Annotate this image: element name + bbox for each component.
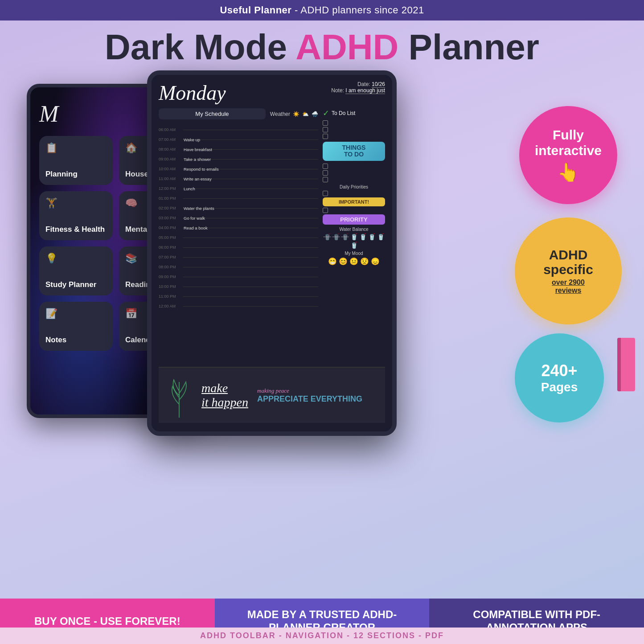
- cloud-icon: ⛅: [302, 111, 309, 117]
- schedule-times: 06:00 AM 07:00 AMWake up 08:00 AMHave br…: [159, 125, 318, 311]
- planner-day: Monday: [159, 81, 226, 105]
- todo-priority-1: [323, 191, 385, 196]
- mood-very-sad[interactable]: 😞: [371, 257, 380, 266]
- app-icon-fitness[interactable]: 🏋️ Fitness & Health: [39, 191, 113, 240]
- my-mood-label: My Mood: [323, 251, 385, 256]
- mood-smile[interactable]: 😊: [339, 257, 348, 266]
- weather-label: Weather: [270, 111, 290, 117]
- notes-label: Notes: [45, 336, 66, 345]
- time-slot-1000am: 10:00 AMRespond to emails: [159, 164, 318, 174]
- app-icon-planning[interactable]: 📋 Planning: [39, 136, 113, 185]
- date-value: 10/26: [372, 81, 385, 88]
- planner-page: Monday Date: 10/26 Note: I am enough jus…: [152, 75, 392, 431]
- weather-row: Weather ☀️ ⛅ 🌧️: [270, 111, 318, 117]
- sun-icon: ☀️: [293, 111, 299, 117]
- time-slot-1000pm: 10:00 PM: [159, 282, 318, 291]
- mood-icons: 😁 😊 😐 😟 😞: [323, 257, 385, 266]
- water-cup-5: 🥤: [359, 233, 367, 240]
- time-slot-1200am: 12:00 AM: [159, 301, 318, 311]
- priority-sticker: PRIORITY: [323, 214, 385, 225]
- time-slot-1200pm: 12:00 PMLunch: [159, 184, 318, 193]
- time-slot-0100pm: 01:00 PM: [159, 193, 318, 203]
- main-title-area: Dark Mode ADHD Planner: [0, 21, 644, 70]
- todo-checkbox-5[interactable]: [323, 170, 328, 176]
- todo-item-4: [323, 164, 385, 169]
- schedule-container: My Schedule Weather ☀️ ⛅ 🌧️ 06:00 AM 07:…: [159, 108, 385, 367]
- water-cup-6: 🥤: [368, 233, 376, 240]
- title-part1: Dark Mode: [105, 27, 295, 67]
- devices-area: M 📋 Planning 🏠 House 🏋️ Fitness & Health…: [0, 70, 644, 458]
- todo-checkbox-6[interactable]: [323, 177, 328, 182]
- todo-checkbox-p1[interactable]: [323, 191, 328, 196]
- house-label: House: [125, 170, 148, 179]
- time-slot-0200pm: 02:00 PMWater the plants: [159, 203, 318, 213]
- reviews-text: over 2900 reviews: [552, 279, 585, 295]
- title-adhd: ADHD: [295, 27, 398, 67]
- study-icon: 💡: [45, 253, 57, 264]
- water-cup-2: 🥤: [332, 233, 340, 240]
- time-slot-0800pm: 08:00 PM: [159, 262, 318, 272]
- time-slot-0300pm: 03:00 PMGo for walk: [159, 213, 318, 223]
- mood-sad[interactable]: 😟: [360, 257, 369, 266]
- app-icon-notes[interactable]: 📝 Notes: [39, 302, 113, 351]
- study-label: Study Planner: [45, 280, 96, 289]
- planner-date-note: Date: 10/26 Note: I am enough just: [331, 81, 385, 94]
- todo-item-6: [323, 177, 385, 182]
- plant-drawing: [166, 373, 193, 418]
- bottom-footer: ADHD TOOLBAR - NAVIGATION - 12 SECTIONS …: [0, 628, 644, 644]
- making-peace-text: making peace: [257, 387, 362, 394]
- pages-count-text: 240+: [541, 361, 577, 380]
- schedule-right: ✓ To Do List THINGSTO DO Daily Prioritie: [323, 108, 385, 367]
- note-row: Note: I am enough just: [331, 87, 385, 94]
- buy-once-text: BUY ONCE - USE FOREVER!: [34, 615, 180, 628]
- app-icon-study[interactable]: 💡 Study Planner: [39, 246, 113, 295]
- fully-interactive-bubble: Fully interactive 👆: [519, 106, 617, 204]
- time-slot-0400pm: 04:00 PMRead a book: [159, 223, 318, 233]
- top-banner: Useful Planner - ADHD planners since 202…: [0, 0, 644, 21]
- adhd-specific-text: ADHD specific: [543, 247, 593, 277]
- mental-health-icon: 🧠: [125, 197, 137, 209]
- daily-priorities-label: Daily Priorities: [323, 185, 385, 189]
- todo-item-1: [323, 120, 385, 126]
- right-tablet: Monday Date: 10/26 Note: I am enough jus…: [147, 70, 397, 436]
- todo-checkbox-4[interactable]: [323, 164, 328, 169]
- todo-label: To Do List: [332, 110, 355, 116]
- footer-text: ADHD TOOLBAR - NAVIGATION - 12 SECTIONS …: [200, 631, 444, 640]
- time-slot-0700am: 07:00 AMWake up: [159, 135, 318, 144]
- reading-icon: 📚: [125, 253, 137, 264]
- house-icon: 🏠: [125, 142, 137, 154]
- mood-neutral[interactable]: 😐: [349, 257, 358, 266]
- time-slot-1100am: 11:00 AMWrite an essay: [159, 174, 318, 184]
- things-text: THINGSTO DO: [326, 144, 381, 158]
- tagline: - ADHD planners since 2021: [291, 4, 424, 16]
- things-to-do-sticker: THINGSTO DO: [323, 142, 385, 161]
- todo-checkbox-3[interactable]: [323, 134, 328, 139]
- time-slot-0700pm: 07:00 PM: [159, 252, 318, 262]
- todo-item-5: [323, 170, 385, 176]
- todo-priority-2: [323, 208, 385, 213]
- water-cup-7: 🥤: [377, 233, 385, 240]
- calendar-icon: 📅: [125, 308, 137, 320]
- inspirational-text: makeit happen: [201, 381, 248, 410]
- fully-interactive-text: Fully interactive: [535, 127, 602, 158]
- schedule-header: My Schedule: [159, 108, 266, 119]
- fitness-icon: 🏋️: [45, 197, 57, 209]
- todo-item-2: [323, 127, 385, 132]
- make-it-happen-text: makeit happen: [201, 381, 248, 410]
- mood-happy[interactable]: 😁: [328, 257, 337, 266]
- todo-checkbox-1[interactable]: [323, 120, 328, 126]
- right-tablet-screen: Monday Date: 10/26 Note: I am enough jus…: [152, 75, 392, 431]
- pages-label: Pages: [541, 380, 578, 394]
- planning-icon: 📋: [45, 142, 57, 154]
- time-slot-0800am: 08:00 AMHave breakfast: [159, 144, 318, 154]
- adhd-specific-bubble: ADHD specific over 2900 reviews: [515, 217, 622, 324]
- water-icons: 🥤 🥤 🥤 🥤 🥤 🥤 🥤 🥤: [323, 233, 385, 249]
- main-title: Dark Mode ADHD Planner: [0, 29, 644, 66]
- todo-checkbox-p2[interactable]: [323, 208, 328, 213]
- title-part2: Planner: [398, 27, 539, 67]
- todo-checkbox-2[interactable]: [323, 127, 328, 132]
- rain-icon: 🌧️: [312, 111, 318, 117]
- time-slot-0600am: 06:00 AM: [159, 125, 318, 135]
- planner-header: Monday Date: 10/26 Note: I am enough jus…: [159, 81, 385, 105]
- water-balance-label: Water Balance: [323, 227, 385, 232]
